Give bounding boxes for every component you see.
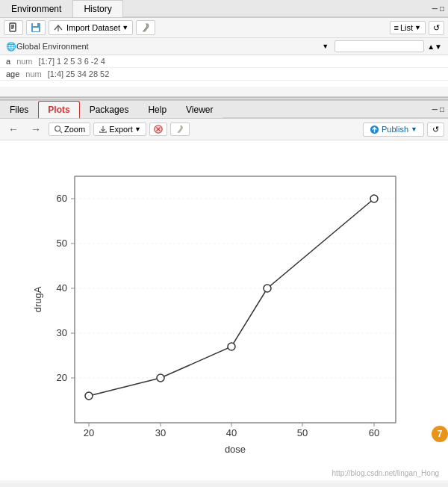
env-header: 🌐 Global Environment ▼ ▲ ▼ <box>0 38 448 55</box>
tab-plots[interactable]: Plots <box>38 101 79 118</box>
x-axis-label: dose <box>225 444 246 455</box>
data-point-5 <box>370 195 378 202</box>
export-button[interactable]: Export ▼ <box>93 122 146 136</box>
env-icon: 🌐 <box>6 42 16 52</box>
var-value-age: [1:4] 25 34 28 52 <box>48 69 110 78</box>
export-label: Export <box>109 125 133 134</box>
top-tab-bar: Environment History ─ □ <box>0 0 448 18</box>
env-row-a: a num [1:7] 1 2 5 3 6 -2 4 <box>0 55 448 68</box>
svg-text:50: 50 <box>57 238 67 249</box>
top-panel: Environment History ─ □ Import Dataset ▼… <box>0 0 448 97</box>
var-type-age: num <box>25 69 41 78</box>
maximize-icon[interactable]: □ <box>440 4 444 13</box>
minimize2-icon[interactable]: ─ <box>432 105 438 114</box>
watermark: http://blog.csdn.net/lingan_Hong <box>332 469 439 477</box>
publish-dropdown-icon[interactable]: ▼ <box>411 125 417 133</box>
env-rows: a num [1:7] 1 2 5 3 6 -2 4 age num [1:4]… <box>0 55 448 87</box>
delete-plot-button[interactable] <box>149 122 167 136</box>
svg-text:20: 20 <box>84 427 94 438</box>
svg-text:20: 20 <box>57 372 67 383</box>
svg-line-9 <box>60 131 62 133</box>
refresh-plots-button[interactable]: ↺ <box>427 122 444 137</box>
maximize2-icon[interactable]: □ <box>440 105 444 114</box>
svg-rect-15 <box>75 176 396 423</box>
tab-packages[interactable]: Packages <box>80 101 139 118</box>
svg-text:60: 60 <box>57 193 67 204</box>
minimize-icon[interactable]: ─ <box>432 4 438 13</box>
tab-help[interactable]: Help <box>138 101 176 118</box>
var-name-age: age <box>6 69 19 78</box>
tab-viewer[interactable]: Viewer <box>176 101 223 118</box>
var-value-a: [1:7] 1 2 5 3 6 -2 4 <box>39 57 105 66</box>
tab-environment[interactable]: Environment <box>0 0 72 17</box>
scroll-up-icon[interactable]: ▲ <box>427 43 435 51</box>
y-axis-label: drugA <box>32 286 43 312</box>
new-script-button[interactable] <box>4 20 23 35</box>
import-dataset-label: Import Dataset <box>66 23 120 32</box>
back-button[interactable]: ← <box>4 121 23 137</box>
svg-text:40: 40 <box>226 427 237 438</box>
var-type-a: num <box>16 57 32 66</box>
data-point-1 <box>85 392 93 400</box>
svg-text:40: 40 <box>57 282 67 294</box>
list-label: List <box>400 23 413 32</box>
bottom-tab-bar: Files Plots Packages Help Viewer ─ □ <box>0 101 448 119</box>
global-env-label[interactable]: Global Environment <box>16 42 322 51</box>
svg-rect-5 <box>33 23 37 26</box>
env-dropdown-icon[interactable]: ▼ <box>322 43 329 50</box>
publish-button[interactable]: Publish ▼ <box>363 122 424 137</box>
help-button[interactable]: 7 <box>432 426 448 442</box>
zoom-label: Zoom <box>64 125 85 134</box>
svg-text:30: 30 <box>57 327 67 338</box>
publish-label: Publish <box>382 125 408 134</box>
var-name-a: a <box>6 57 10 66</box>
svg-text:50: 50 <box>297 427 308 438</box>
list-icon: ≡ <box>394 23 399 32</box>
plots-toolbar: ← → Zoom Export ▼ Publish ▼ ↺ <box>0 119 448 140</box>
tab-history[interactable]: History <box>72 0 122 17</box>
bottom-panel: Files Plots Packages Help Viewer ─ □ ← →… <box>0 100 448 483</box>
refresh-top-button[interactable]: ↺ <box>429 21 444 35</box>
save-button[interactable] <box>26 20 46 35</box>
broom-button[interactable] <box>136 20 155 35</box>
svg-text:60: 60 <box>369 427 379 438</box>
svg-point-8 <box>55 126 60 131</box>
export-dropdown-icon[interactable]: ▼ <box>134 125 141 133</box>
list-dropdown-icon[interactable]: ▼ <box>414 24 421 31</box>
zoom-button[interactable]: Zoom <box>49 122 90 136</box>
plot-area: 20 30 40 50 60 <box>0 140 448 480</box>
line-chart: 20 30 40 50 60 <box>30 161 418 460</box>
import-dataset-button[interactable]: Import Dataset ▼ <box>49 20 133 35</box>
svg-rect-6 <box>33 28 39 31</box>
tab-files[interactable]: Files <box>0 101 38 118</box>
broom2-button[interactable] <box>170 122 190 136</box>
env-row-age: age num [1:4] 25 34 28 52 <box>0 68 448 81</box>
import-dropdown-icon[interactable]: ▼ <box>122 24 128 31</box>
data-point-3 <box>228 343 235 350</box>
top-toolbar: Import Dataset ▼ ≡ List ▼ ↺ <box>0 18 448 38</box>
data-point-4 <box>264 285 271 292</box>
scroll-down-icon[interactable]: ▼ <box>435 43 442 51</box>
svg-text:30: 30 <box>155 427 166 438</box>
env-search-input[interactable] <box>335 40 424 52</box>
data-point-2 <box>157 374 164 382</box>
forward-button[interactable]: → <box>26 121 46 137</box>
list-button[interactable]: ≡ List ▼ <box>390 21 426 34</box>
chart-container: 20 30 40 50 60 <box>30 161 418 460</box>
